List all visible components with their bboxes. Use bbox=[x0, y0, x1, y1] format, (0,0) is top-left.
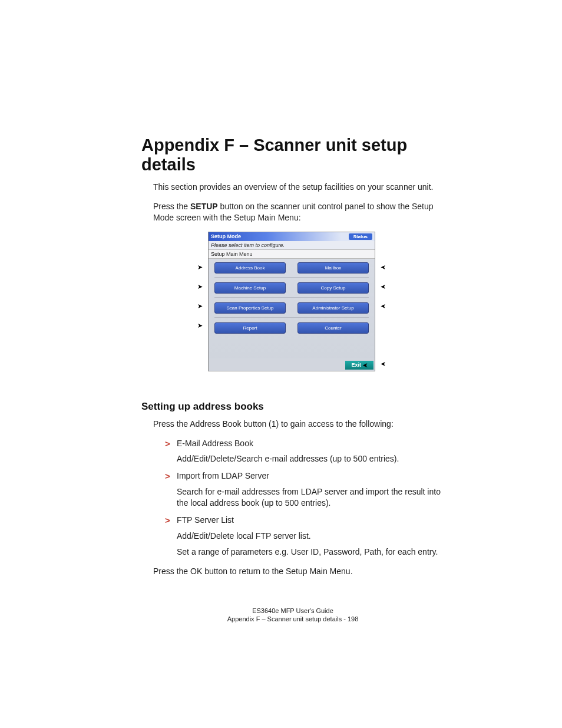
panel-instruction: Please select item to configure. bbox=[209, 241, 375, 250]
section-heading-address-books: Setting up address books bbox=[141, 401, 444, 413]
footer-line-1: ES3640e MFP User's Guide bbox=[141, 607, 444, 615]
machine-setup-button[interactable]: Machine Setup bbox=[214, 282, 286, 294]
exit-arrow-icon: ➤ bbox=[363, 362, 368, 368]
list-item: E-Mail Address Book Add/Edit/Delete/Sear… bbox=[177, 438, 444, 465]
item-title: E-Mail Address Book bbox=[177, 439, 253, 448]
exit-label: Exit bbox=[351, 362, 361, 368]
callout-arrow-left-icon: ➤ bbox=[197, 284, 203, 290]
callout-arrow-right-icon: ➤ bbox=[381, 284, 386, 290]
setup-mode-figure: ➤ ➤ ➤ ➤ ➤ ➤ ➤ ➤ Setup Mode Status Please… bbox=[197, 232, 386, 371]
intro-paragraph-2: Press the SETUP button on the scanner un… bbox=[153, 201, 444, 223]
callout-arrow-left-icon: ➤ bbox=[197, 264, 203, 271]
footer-line-2: Appendix F – Scanner unit setup details … bbox=[141, 615, 444, 623]
item-desc: Add/Edit/Delete local FTP server list. bbox=[177, 531, 444, 542]
section-intro: Press the Address Book button (1) to gai… bbox=[153, 419, 444, 430]
callout-arrow-right-icon: ➤ bbox=[381, 361, 386, 367]
callout-arrow-left-icon: ➤ bbox=[197, 322, 203, 329]
list-item: FTP Server List Add/Edit/Delete local FT… bbox=[177, 515, 444, 558]
address-book-button[interactable]: Address Book bbox=[214, 262, 286, 274]
mailbox-button[interactable]: Mailbox bbox=[297, 262, 369, 274]
item-desc: Add/Edit/Delete/Search e-mail addresses … bbox=[177, 453, 444, 465]
callout-arrow-left-icon: ➤ bbox=[197, 303, 203, 309]
panel-titlebar: Setup Mode Status bbox=[209, 232, 375, 241]
item-title: Import from LDAP Server bbox=[177, 471, 269, 480]
item-desc: Search for e-mail addresses from LDAP se… bbox=[177, 486, 444, 509]
intro-paragraph-1: This section provides an overview of the… bbox=[153, 182, 444, 193]
panel-menu-label: Setup Main Menu bbox=[209, 250, 375, 259]
page-title: Appendix F – Scanner unit setup details bbox=[141, 136, 444, 174]
administrator-setup-button[interactable]: Administrator Setup bbox=[297, 302, 369, 314]
report-button[interactable]: Report bbox=[214, 322, 286, 334]
closing-paragraph: Press the OK button to return to the Set… bbox=[153, 566, 444, 577]
page-footer: ES3640e MFP User's Guide Appendix F – Sc… bbox=[141, 607, 444, 624]
item-desc: Set a range of parameters e.g. User ID, … bbox=[177, 546, 444, 558]
copy-setup-button[interactable]: Copy Setup bbox=[297, 282, 369, 294]
callout-arrow-right-icon: ➤ bbox=[381, 264, 386, 271]
status-button[interactable]: Status bbox=[349, 233, 372, 240]
counter-button[interactable]: Counter bbox=[297, 322, 369, 334]
scan-properties-setup-button[interactable]: Scan Properties Setup bbox=[214, 302, 286, 314]
exit-button[interactable]: Exit ➤ bbox=[345, 361, 373, 370]
text-span: Press the bbox=[153, 202, 190, 211]
panel-title: Setup Mode bbox=[211, 233, 241, 239]
item-title: FTP Server List bbox=[177, 515, 234, 525]
setup-panel: Setup Mode Status Please select item to … bbox=[208, 232, 375, 371]
setup-label-bold: SETUP bbox=[190, 202, 218, 211]
callout-arrow-right-icon: ➤ bbox=[381, 303, 386, 309]
feature-list: E-Mail Address Book Add/Edit/Delete/Sear… bbox=[141, 438, 444, 558]
list-item: Import from LDAP Server Search for e-mai… bbox=[177, 470, 444, 509]
